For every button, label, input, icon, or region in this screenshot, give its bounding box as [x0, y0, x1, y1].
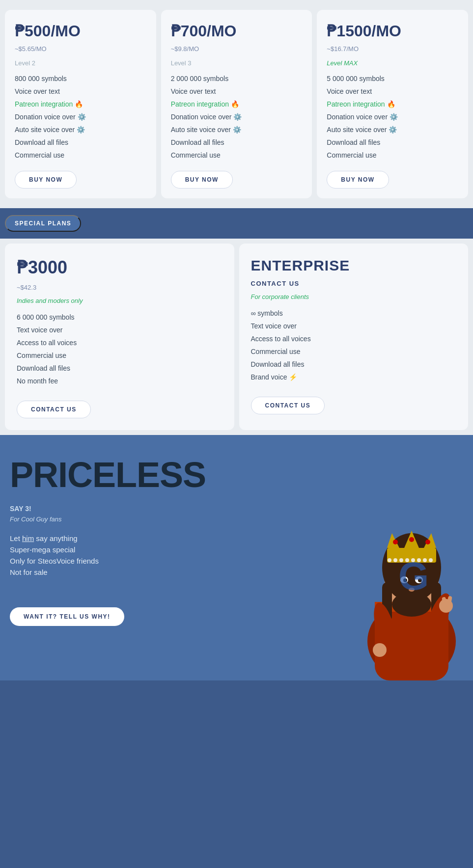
priceless-want-button[interactable]: WANT IT? TELL US WHY!	[10, 607, 124, 626]
plans-grid: ₱500/MO~$5.65/MOLevel 2800 000 symbolsVo…	[5, 10, 468, 198]
plan-feature-0-5: Download all files	[15, 137, 146, 147]
top-plans-section: ₱500/MO~$5.65/MOLevel 2800 000 symbolsVo…	[0, 0, 473, 208]
plan-feature-0-3: Donation voice over ⚙️	[15, 112, 146, 122]
special-plans-grid: ₱3000~$42.3Indies and moders only6 000 0…	[5, 239, 468, 435]
special-card-1: ENTERPRISECONTACT USFor corporate client…	[239, 244, 469, 430]
plan-usd-1: ~$9.8/MO	[171, 45, 303, 53]
special-feature-1-5: Brand voice ⚡	[251, 372, 457, 382]
special-feature-0-5: No month fee	[17, 376, 223, 386]
special-feature-1-1: Text voice over	[251, 321, 457, 331]
plan-feature-1-2: Patreon integration 🔥	[171, 99, 303, 109]
special-feature-0-2: Access to all voices	[17, 338, 223, 348]
svg-point-15	[393, 558, 397, 562]
plan-price-2: ₱1500/MO	[327, 22, 458, 40]
special-plans-badge[interactable]: SPECIAL PLANS	[5, 215, 81, 232]
special-usd-0: ~$42.3	[17, 284, 223, 291]
plan-usd-0: ~$5.65/MO	[15, 45, 146, 53]
plan-buy-button-0[interactable]: BUY NOW	[15, 171, 77, 189]
svg-point-13	[425, 540, 430, 544]
plan-buy-button-2[interactable]: BUY NOW	[327, 171, 389, 189]
special-feature-0-3: Commercial use	[17, 351, 223, 360]
plan-level-0: Level 2	[15, 59, 146, 67]
plan-feature-1-6: Commercial use	[171, 150, 303, 160]
svg-text:G: G	[398, 554, 429, 598]
svg-point-14	[388, 558, 391, 562]
plan-level-2: Level MAX	[327, 59, 458, 67]
special-feature-1-2: Access to all voices	[251, 334, 457, 344]
special-feature-1-0: ∞ symbols	[251, 308, 457, 318]
plan-card-2: ₱1500/MO~$16.7/MOLevel MAX5 000 000 symb…	[317, 10, 468, 198]
special-feature-1-4: Download all files	[251, 359, 457, 369]
plan-feature-1-5: Download all files	[171, 137, 303, 147]
plan-card-1: ₱700/MO~$9.8/MOLevel 32 000 000 symbolsV…	[161, 10, 312, 198]
special-feature-0-0: 6 000 000 symbols	[17, 312, 223, 322]
svg-point-31	[373, 643, 387, 657]
plan-feature-2-2: Patreon integration 🔥	[327, 99, 458, 109]
him-link[interactable]: him	[22, 534, 34, 542]
special-plans-banner: SPECIAL PLANS	[0, 208, 473, 239]
special-plans-section: ₱3000~$42.3Indies and moders only6 000 0…	[0, 239, 473, 435]
plan-price-1: ₱700/MO	[171, 22, 303, 40]
special-card-0: ₱3000~$42.3Indies and moders only6 000 0…	[5, 244, 234, 430]
special-price-0: ₱3000	[17, 257, 223, 278]
svg-point-21	[429, 558, 433, 562]
special-contact-button-0[interactable]: CONTACT US	[17, 401, 91, 418]
special-feature-0-1: Text voice over	[17, 325, 223, 335]
plan-feature-0-4: Auto site voice over ⚙️	[15, 125, 146, 135]
priceless-section: PRICELESS SAY 3! For Cool Guy fans Let h…	[0, 435, 473, 680]
plan-feature-2-3: Donation voice over ⚙️	[327, 112, 458, 122]
plan-price-0: ₱500/MO	[15, 22, 146, 40]
plan-level-1: Level 3	[171, 59, 303, 67]
svg-point-12	[409, 537, 414, 542]
plan-feature-0-1: Voice over text	[15, 86, 146, 96]
plan-feature-2-1: Voice over text	[327, 86, 458, 96]
plan-feature-0-2: Patreon integration 🔥	[15, 99, 146, 109]
king-character: G	[355, 484, 468, 680]
plan-feature-1-0: 2 000 000 symbols	[171, 74, 303, 83]
plan-feature-2-6: Commercial use	[327, 150, 458, 160]
plan-feature-2-4: Auto site voice over ⚙️	[327, 125, 458, 135]
plan-feature-0-6: Commercial use	[15, 150, 146, 160]
plan-usd-2: ~$16.7/MO	[327, 45, 458, 53]
special-feature-0-4: Download all files	[17, 363, 223, 373]
plan-card-0: ₱500/MO~$5.65/MOLevel 2800 000 symbolsVo…	[5, 10, 156, 198]
plan-feature-1-1: Voice over text	[171, 86, 303, 96]
plan-feature-2-5: Download all files	[327, 137, 458, 147]
special-contact-button-1[interactable]: CONTACT US	[251, 397, 325, 414]
special-price-1: ENTERPRISE	[251, 257, 457, 274]
special-subtitle-1: For corporate clients	[251, 293, 457, 300]
special-subtitle-0: Indies and moders only	[17, 297, 223, 304]
svg-point-11	[393, 540, 398, 544]
plan-feature-2-0: 5 000 000 symbols	[327, 74, 458, 83]
special-feature-1-3: Commercial use	[251, 347, 457, 356]
special-contact-label-1: CONTACT US	[251, 280, 457, 287]
plan-buy-button-1[interactable]: BUY NOW	[171, 171, 233, 189]
plan-feature-1-4: Auto site voice over ⚙️	[171, 125, 303, 135]
plan-feature-1-3: Donation voice over ⚙️	[171, 112, 303, 122]
plan-feature-0-0: 800 000 symbols	[15, 74, 146, 83]
